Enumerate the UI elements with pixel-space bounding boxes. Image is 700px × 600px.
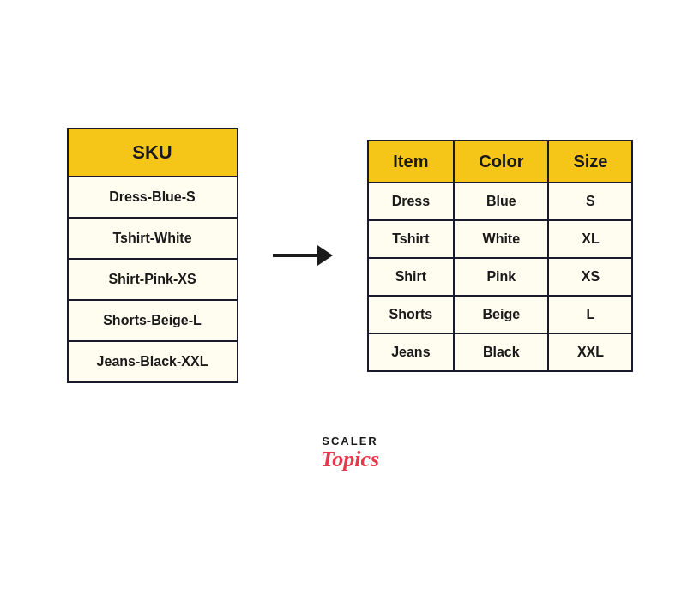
result-header: Size	[548, 141, 632, 183]
result-cell: XL	[548, 220, 632, 258]
sku-row: Shirt-Pink-XS	[68, 259, 238, 300]
result-cell: Blue	[454, 183, 548, 220]
footer-topics-text: Topics	[321, 447, 379, 472]
result-header: Item	[368, 141, 455, 183]
result-cell: Black	[454, 333, 548, 371]
arrow-line	[273, 254, 317, 257]
result-cell: XXL	[548, 333, 632, 371]
footer: SCALER Topics	[321, 435, 379, 472]
result-cell: S	[548, 183, 632, 220]
main-content: SKU Dress-Blue-STshirt-WhiteShirt-Pink-X…	[67, 128, 634, 383]
result-cell: Beige	[454, 296, 548, 333]
result-cell: XS	[548, 258, 632, 296]
result-table: ItemColorSize DressBlueSTshirtWhiteXLShi…	[367, 140, 634, 372]
result-header: Color	[454, 141, 548, 183]
result-cell: Pink	[454, 258, 548, 296]
sku-table: SKU Dress-Blue-STshirt-WhiteShirt-Pink-X…	[67, 128, 238, 383]
result-cell: Shirt	[368, 258, 455, 296]
result-cell: Dress	[368, 183, 455, 220]
footer-scaler-text: SCALER	[322, 435, 377, 447]
sku-row: Dress-Blue-S	[68, 177, 238, 218]
result-cell: L	[548, 296, 632, 333]
arrow	[273, 247, 333, 264]
result-cell: Shorts	[368, 296, 455, 333]
result-cell: White	[454, 220, 548, 258]
sku-row: Tshirt-White	[68, 218, 238, 259]
arrow-head	[317, 245, 333, 266]
result-cell: Tshirt	[368, 220, 455, 258]
arrow-container	[273, 247, 333, 264]
sku-header: SKU	[68, 129, 238, 177]
result-cell: Jeans	[368, 333, 455, 371]
sku-row: Shorts-Beige-L	[68, 300, 238, 341]
sku-row: Jeans-Black-XXL	[68, 341, 238, 382]
